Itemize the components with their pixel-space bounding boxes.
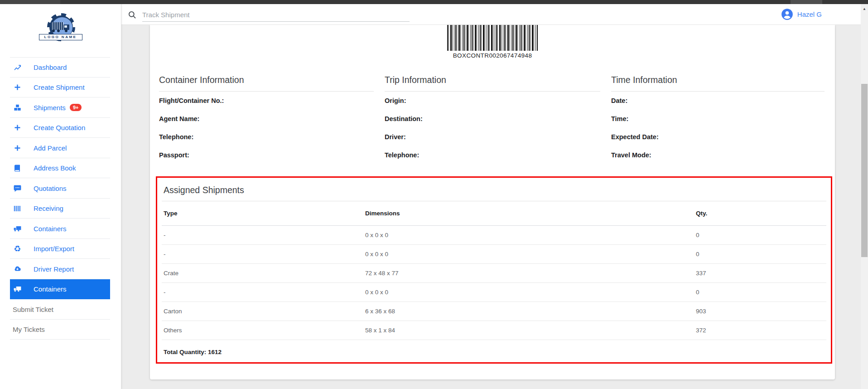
section-title: Time Information <box>611 75 825 92</box>
sidebar-item-submit-ticket[interactable]: Submit Ticket <box>0 299 110 320</box>
field-label: Agent Name: <box>159 110 374 128</box>
field-label: Origin: <box>385 92 600 110</box>
barcode-value: BOXCONTR002067474948 <box>150 52 835 59</box>
plus-icon <box>13 143 22 152</box>
browser-tab-segment <box>0 0 60 4</box>
top-header: Hazel G <box>121 4 868 25</box>
sidebar-item-containers-active[interactable]: Containers <box>10 279 110 300</box>
field-label: Time: <box>611 110 825 128</box>
sidebar-item-label: Quotations <box>34 185 67 192</box>
sidebar-item-import-export[interactable]: ♻ Import/Export <box>0 239 110 259</box>
field-label: Passport: <box>159 146 374 164</box>
sidebar-item-address-book[interactable]: Address Book <box>0 158 110 179</box>
track-shipment-search <box>128 8 410 22</box>
sidebar-item-label: Create Quotation <box>34 124 85 131</box>
logo-truck-icon <box>51 22 63 30</box>
user-name: Hazel G <box>797 10 822 18</box>
container-information-section: Container Information Flight/Container N… <box>159 75 374 164</box>
column-header-type: Type <box>164 210 365 217</box>
scrollbar-thumb[interactable] <box>861 84 868 257</box>
assigned-shipments-section: Assigned Shipments Type Dimensions Qty. … <box>156 176 832 364</box>
plus-icon <box>13 83 22 92</box>
cell-type: - <box>164 232 365 238</box>
search-input[interactable] <box>142 8 410 22</box>
logo-truck-wheel <box>57 29 60 32</box>
comment-icon <box>13 184 22 193</box>
sidebar-item-label: Add Parcel <box>34 144 67 152</box>
field-label: Date: <box>611 92 825 110</box>
sidebar-item-shipments[interactable]: Shipments 9+ <box>0 97 110 118</box>
sidebar-item-label: Create Shipment <box>34 83 85 91</box>
field-label: Driver: <box>385 128 600 146</box>
cell-type: - <box>164 251 365 258</box>
sidebar-item-receiving[interactable]: Receiving <box>0 199 110 219</box>
container-detail-card: BOXCONTR002067474948 Container Informati… <box>150 25 835 379</box>
sidebar-item-label: Import/Export <box>34 245 74 253</box>
field-label: Telephone: <box>159 128 374 146</box>
user-menu[interactable]: Hazel G <box>781 8 822 20</box>
table-row[interactable]: - 0 x 0 x 0 0 <box>162 245 826 264</box>
cell-dimensions: 58 x 1 x 84 <box>365 327 696 334</box>
section-title: Trip Information <box>385 75 600 92</box>
table-row[interactable]: Others 58 x 1 x 84 372 <box>162 321 826 340</box>
field-label: Travel Mode: <box>611 146 825 164</box>
page-scrollbar[interactable]: ▲ <box>861 4 868 389</box>
sidebar-item-add-parcel[interactable]: Add Parcel <box>0 138 110 158</box>
column-header-qty: Qty. <box>696 210 826 217</box>
sidebar-item-quotations[interactable]: Quotations <box>0 178 110 199</box>
table-row[interactable]: Carton 6 x 36 x 68 903 <box>162 302 826 321</box>
sidebar-item-containers[interactable]: Containers <box>0 219 110 239</box>
section-title: Container Information <box>159 75 374 92</box>
truck-icon <box>13 285 22 294</box>
app-logo: LOGO NAME <box>38 12 83 51</box>
column-header-dimensions: Dimensions <box>365 210 696 217</box>
sidebar-item-label: Containers <box>34 285 67 293</box>
logo-truck-wheel <box>52 29 55 32</box>
time-information-section: Time Information Date: Time: Expected Da… <box>611 75 825 164</box>
truck-icon <box>13 224 22 233</box>
table-row[interactable]: - 0 x 0 x 0 0 <box>162 283 826 302</box>
sidebar-item-label: Address Book <box>34 164 76 172</box>
cell-type: - <box>164 289 365 296</box>
sidebar-item-driver-report[interactable]: Driver Report <box>0 259 110 279</box>
cell-qty: 372 <box>696 327 826 334</box>
sidebar-item-label: Receiving <box>34 204 63 212</box>
sidebar-item-label: Shipments <box>34 104 66 112</box>
cell-type: Crate <box>164 270 365 277</box>
search-icon <box>128 10 137 21</box>
cell-qty: 903 <box>696 308 826 315</box>
sidebar-item-label: Driver Report <box>34 265 74 273</box>
table-row[interactable]: Crate 72 x 48 x 77 337 <box>162 264 826 283</box>
cell-type: Others <box>164 327 365 334</box>
sidebar-item-create-quotation[interactable]: Create Quotation <box>0 118 110 138</box>
scrollbar-up-arrow-icon[interactable]: ▲ <box>861 6 868 12</box>
cell-qty: 0 <box>696 289 826 296</box>
cell-qty: 337 <box>696 270 826 277</box>
table-row[interactable]: - 0 x 0 x 0 0 <box>162 226 826 245</box>
cell-dimensions: 72 x 48 x 77 <box>365 270 696 277</box>
shipments-count-badge: 9+ <box>70 104 82 111</box>
plus-icon <box>13 123 22 132</box>
cell-dimensions: 0 x 0 x 0 <box>365 251 696 258</box>
logo-truck-wheel <box>65 29 68 32</box>
barcode-icon <box>13 204 22 213</box>
cell-dimensions: 6 x 36 x 68 <box>365 308 696 315</box>
cubes-icon <box>13 103 22 112</box>
cloud-download-icon <box>13 264 22 273</box>
sidebar-item-label: Containers <box>34 225 67 233</box>
avatar <box>781 8 793 20</box>
sidebar-item-label: Submit Ticket <box>13 306 53 313</box>
sidebar: LOGO NAME Dashboard Create Shipment Ship… <box>0 4 121 389</box>
field-label: Flight/Container No.: <box>159 92 374 110</box>
recycle-icon: ♻ <box>13 244 22 253</box>
sidebar-item-label: Dashboard <box>34 63 67 71</box>
sidebar-item-dashboard[interactable]: Dashboard <box>0 57 110 78</box>
sidebar-item-create-shipment[interactable]: Create Shipment <box>0 78 110 98</box>
field-label: Telephone: <box>385 146 600 164</box>
cell-qty: 0 <box>696 251 826 258</box>
browser-button-segment <box>791 0 822 4</box>
barcode-image <box>447 25 538 51</box>
total-quantity-label: Total Quantity: 1612 <box>162 340 826 364</box>
logo-name-banner: LOGO NAME <box>39 34 82 40</box>
sidebar-item-my-tickets[interactable]: My Tickets <box>0 320 110 340</box>
